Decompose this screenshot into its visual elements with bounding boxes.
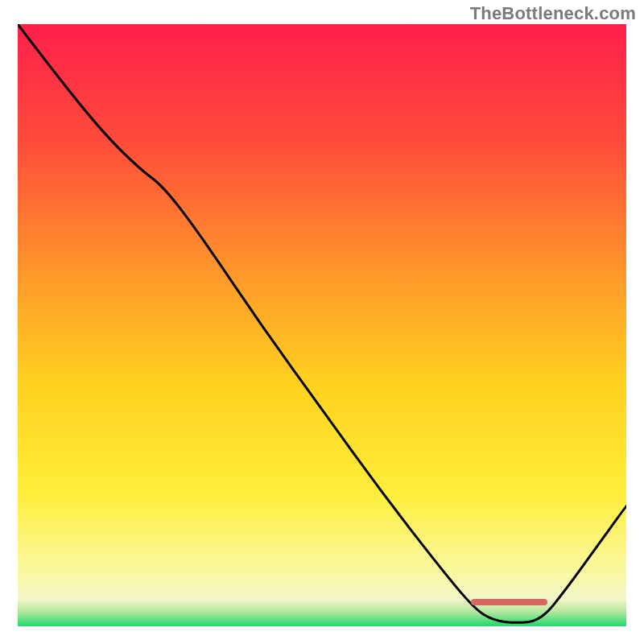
chart-svg	[18, 24, 626, 626]
optimal-range-marker	[471, 599, 547, 605]
watermark-text: TheBottleneck.com	[470, 3, 636, 24]
chart-area	[18, 24, 626, 626]
gradient-background	[18, 24, 626, 626]
figure: TheBottleneck.com	[0, 0, 644, 644]
